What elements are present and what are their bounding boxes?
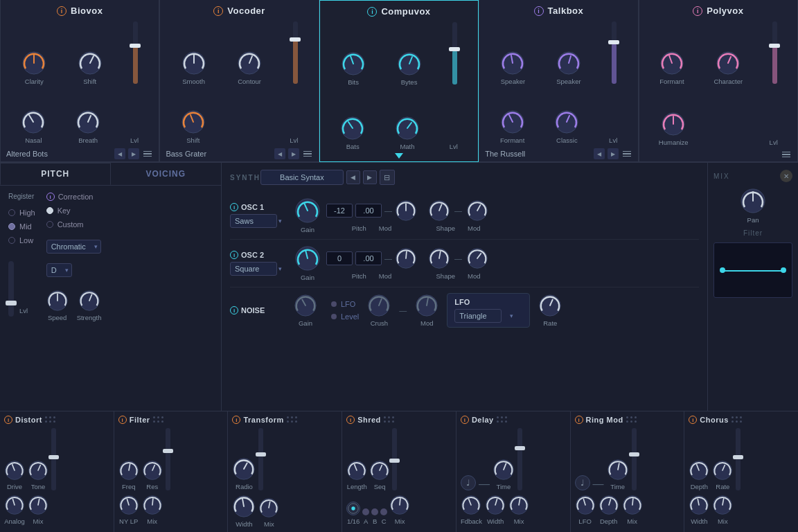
bats-knob[interactable]: [340, 116, 365, 141]
nasal-knob[interactable]: [21, 109, 46, 134]
radio-knob[interactable]: [232, 457, 256, 481]
compuvox-info-icon[interactable]: i: [367, 7, 377, 17]
shred-116-knob[interactable]: [346, 502, 360, 515]
speed-knob[interactable]: [46, 290, 69, 312]
filter-mix-knob[interactable]: [142, 495, 163, 515]
shred-info-icon[interactable]: i: [346, 416, 355, 424]
noise-mod-knob[interactable]: [415, 294, 438, 317]
chorus-width-knob[interactable]: [689, 495, 709, 515]
delay-note-icon[interactable]: ♩: [461, 475, 476, 490]
low-radio[interactable]: [8, 237, 15, 244]
chorus-depth-knob[interactable]: [689, 460, 709, 481]
vocoder-level-slider[interactable]: [293, 21, 298, 85]
transform-mix-knob[interactable]: [258, 497, 279, 518]
ringmod-drag-handle[interactable]: [626, 416, 637, 423]
contour-knob[interactable]: [237, 51, 262, 76]
polyvox-menu[interactable]: [781, 150, 792, 159]
osc1-pitch-mod-knob[interactable]: [395, 200, 417, 222]
ringmod-depth-knob[interactable]: [598, 495, 619, 515]
character-knob[interactable]: [716, 51, 741, 76]
delay-mix-knob[interactable]: [508, 495, 529, 515]
mix-close-btn[interactable]: ✕: [780, 170, 792, 182]
compuvox-level-slider[interactable]: [452, 22, 457, 86]
voc-shift-knob[interactable]: [181, 109, 206, 134]
shred-a-dot[interactable]: [362, 508, 369, 515]
chorus-info-icon[interactable]: i: [689, 416, 697, 424]
speaker2-knob[interactable]: [556, 51, 581, 76]
biovox-next[interactable]: ▶: [128, 148, 139, 159]
register-mid[interactable]: Mid: [8, 222, 35, 231]
delay-drag-handle[interactable]: [497, 416, 508, 423]
lfo-waveform-select[interactable]: Triangle Sine Square Saw: [454, 309, 502, 323]
chorus-drag-handle[interactable]: [732, 416, 743, 423]
osc2-pitch-coarse[interactable]: [326, 251, 353, 265]
res-knob[interactable]: [142, 460, 163, 481]
clarity-knob[interactable]: [21, 51, 46, 76]
delay-time-knob[interactable]: [493, 459, 515, 481]
osc2-pitch-mod-knob[interactable]: [395, 247, 417, 269]
synth-save-btn[interactable]: ⊟: [380, 170, 395, 185]
breath-knob[interactable]: [76, 109, 100, 134]
vocoder-next[interactable]: ▶: [288, 148, 299, 159]
chromatic-select[interactable]: Chromatic Major Minor: [46, 240, 101, 254]
osc2-waveform-wrap[interactable]: Square Sine Saws Triangle: [230, 262, 285, 276]
chorus-rate-knob[interactable]: [712, 460, 733, 481]
talkbox-menu[interactable]: [621, 150, 632, 159]
vocoder-menu[interactable]: [302, 150, 313, 159]
shred-c-dot[interactable]: [380, 508, 387, 515]
humanize-knob[interactable]: [661, 112, 686, 136]
osc2-pitch-fine[interactable]: [355, 251, 382, 265]
osc1-shape-knob[interactable]: [428, 200, 450, 222]
vocoder-info-icon[interactable]: i: [213, 6, 223, 16]
smooth-knob[interactable]: [181, 51, 206, 76]
strength-knob[interactable]: [78, 290, 100, 312]
ringmod-lfo-knob[interactable]: [575, 495, 596, 515]
length-knob[interactable]: [346, 460, 367, 481]
tone-knob[interactable]: [28, 460, 48, 481]
osc2-waveform-select[interactable]: Square Sine Saws Triangle: [230, 262, 277, 276]
filter-dot-right[interactable]: [781, 267, 786, 273]
classic-knob[interactable]: [554, 109, 579, 134]
vocoder-prev[interactable]: ◀: [274, 148, 285, 159]
tab-voicing[interactable]: VOICING: [111, 163, 222, 185]
talkbox-next[interactable]: ▶: [608, 148, 619, 159]
noise-info-icon[interactable]: i: [230, 306, 238, 314]
lfo-rate-knob[interactable]: [538, 294, 562, 317]
noise-gain-knob[interactable]: [294, 294, 317, 317]
mid-radio[interactable]: [8, 223, 15, 230]
formant-knob[interactable]: [500, 109, 525, 134]
delay-width-knob[interactable]: [485, 495, 506, 515]
seq-knob[interactable]: [369, 460, 390, 481]
talkbox-prev[interactable]: ◀: [594, 148, 605, 159]
osc1-pitch-coarse[interactable]: [326, 204, 353, 218]
osc1-pitch-fine[interactable]: [355, 204, 382, 218]
bits-knob[interactable]: [341, 51, 366, 76]
talkbox-level-slider[interactable]: [612, 21, 617, 85]
filter-info-icon[interactable]: i: [118, 416, 127, 424]
chromatic-dropdown-wrap[interactable]: Chromatic Major Minor: [46, 240, 101, 254]
polyvox-info-icon[interactable]: i: [693, 6, 702, 16]
key-dropdown-wrap[interactable]: D C E F G: [46, 263, 72, 277]
register-high[interactable]: High: [8, 209, 35, 217]
correction-icon[interactable]: i: [46, 193, 55, 201]
osc1-info-icon[interactable]: i: [230, 203, 238, 211]
noise-crush-knob[interactable]: [367, 294, 391, 317]
speaker1-knob[interactable]: [500, 51, 525, 76]
delay-info-icon[interactable]: i: [461, 416, 469, 424]
osc1-waveform-wrap[interactable]: Saws Sine Square Triangle: [230, 214, 285, 228]
fdback-knob[interactable]: [461, 495, 481, 515]
nylp-knob[interactable]: [118, 495, 139, 515]
shred-mix-knob[interactable]: [389, 495, 410, 515]
dist-mix-knob[interactable]: [28, 495, 48, 515]
drive-knob[interactable]: [4, 460, 25, 481]
biovox-prev[interactable]: ◀: [114, 148, 125, 159]
osc1-waveform-select[interactable]: Saws Sine Square Triangle: [230, 214, 277, 228]
distort-drag-handle[interactable]: [45, 416, 56, 423]
analog-knob[interactable]: [4, 495, 25, 515]
shift-knob[interactable]: [78, 51, 103, 76]
distort-info-icon[interactable]: i: [4, 416, 12, 424]
osc2-info-icon[interactable]: i: [230, 251, 238, 259]
filter-dot-left[interactable]: [720, 267, 725, 273]
freq-knob[interactable]: [118, 460, 139, 481]
shred-b-dot[interactable]: [371, 508, 378, 515]
